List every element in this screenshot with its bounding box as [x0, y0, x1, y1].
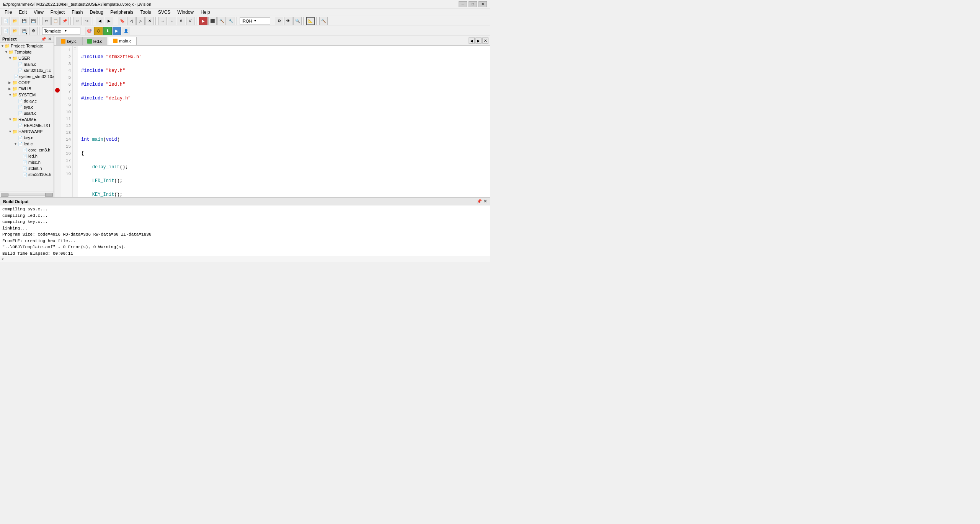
irq-combo[interactable]: IRQH ▼	[240, 17, 270, 25]
build-content[interactable]: compiling sys.c... compiling led.c... co…	[0, 205, 490, 256]
target-dropdown[interactable]: Template ▼	[42, 27, 80, 35]
outdent-button[interactable]: ←	[168, 17, 176, 25]
bookmark-button[interactable]: 🔖	[118, 17, 126, 25]
person-btn[interactable]: 👤	[122, 27, 130, 35]
tree-sys-c[interactable]: 📄 sys.c	[0, 104, 54, 110]
build-target[interactable]: ▶	[199, 17, 207, 25]
minimize-button[interactable]: ─	[459, 1, 467, 7]
tree-usart-c[interactable]: 📄 usart.c	[0, 110, 54, 116]
menu-help[interactable]: Help	[198, 9, 213, 16]
tree-stm32f10x-it[interactable]: 📄 stm32f10x_it.c	[0, 67, 54, 73]
build-stop[interactable]: ⬛	[208, 17, 217, 25]
uncomment-button[interactable]: //	[186, 17, 194, 25]
download-btn[interactable]: ⬇	[103, 27, 112, 35]
menu-view[interactable]: View	[31, 9, 47, 16]
tree-led-c[interactable]: ▼ 📄 led.c	[0, 141, 54, 147]
build-close-btn[interactable]: ✕	[483, 199, 487, 204]
maximize-button[interactable]: □	[469, 1, 477, 7]
menu-debug[interactable]: Debug	[87, 9, 106, 16]
save2-btn[interactable]: 💾 ▼	[20, 27, 28, 35]
delay-icon: 📄	[18, 98, 23, 104]
tab-close[interactable]: ✕	[482, 37, 488, 44]
copy-button[interactable]: 📋	[51, 17, 60, 25]
menu-file[interactable]: File	[2, 9, 15, 16]
tree-delay-c[interactable]: 📄 delay.c	[0, 98, 54, 104]
project-hscroll[interactable]	[0, 192, 54, 197]
target-options-btn[interactable]: 🎯	[85, 27, 93, 35]
nav-fwd-button[interactable]: ▶	[105, 17, 113, 25]
menu-peripherals[interactable]: Peripherals	[107, 9, 137, 16]
tree-system-folder[interactable]: ▼ 📁 SYSTEM	[0, 92, 54, 98]
scroll-left-btn[interactable]	[1, 193, 8, 197]
bookmark-prev[interactable]: ◁	[127, 17, 136, 25]
tree-main-c[interactable]: 📄 main.c	[0, 61, 54, 67]
tab-key-c[interactable]: key.c	[56, 37, 82, 45]
view-btn[interactable]: 👁	[284, 17, 292, 25]
tree-root[interactable]: ▼ 📁 Project: Template	[0, 43, 54, 49]
system-folder-icon: 📁	[12, 92, 18, 98]
build-all[interactable]: 🔨	[217, 17, 226, 25]
tree-key-c[interactable]: 📄 key.c	[0, 135, 54, 141]
tree-stdint-h[interactable]: 📄 stdint.h	[0, 165, 54, 171]
debug-start-btn[interactable]: ▶	[113, 27, 121, 35]
menu-project[interactable]: Project	[47, 9, 68, 16]
tree-misc-h[interactable]: 📄 misc.h	[0, 159, 54, 165]
tree-core[interactable]: ▶ 📁 CORE	[0, 80, 54, 86]
bookmark-next[interactable]: ▷	[136, 17, 145, 25]
tree-core-cm3[interactable]: 📄 core_cm3.h	[0, 147, 54, 153]
clear-bookmarks[interactable]: ✕	[145, 17, 154, 25]
new2-btn[interactable]: 📄	[2, 27, 10, 35]
sep5	[155, 17, 157, 25]
find-btn[interactable]: 🔍	[293, 17, 302, 25]
indent-button[interactable]: →	[158, 17, 167, 25]
nav-back-button[interactable]: ◀	[96, 17, 104, 25]
config-btn[interactable]: ⚙	[29, 27, 38, 35]
new-button[interactable]: 📄	[2, 17, 10, 25]
build-pin-btn[interactable]: 📌	[477, 199, 482, 204]
tree-user[interactable]: ▼ 📁 USER	[0, 55, 54, 61]
tab-scroll-right[interactable]: ▶	[475, 37, 482, 44]
cut-button[interactable]: ✂	[42, 17, 51, 25]
tree-fwlib[interactable]: ▶ 📁 FWLIB	[0, 86, 54, 92]
fold-column: ⊟	[73, 46, 78, 197]
open2-btn[interactable]: 📂	[11, 27, 19, 35]
settings-btn[interactable]: ⚙	[275, 17, 283, 25]
tab-scroll-left[interactable]: ◀	[469, 37, 475, 44]
tree-readme-folder[interactable]: ▼ 📁 README	[0, 116, 54, 122]
code-content[interactable]: #include "stm32f10x.h" #include "key.h" …	[78, 46, 490, 197]
batch-build[interactable]: 🔧	[227, 17, 235, 25]
tree-hardware[interactable]: ▼ 📁 HARDWARE	[0, 129, 54, 135]
project-close-btn[interactable]: ✕	[48, 37, 51, 42]
redo-button[interactable]: ↪	[83, 17, 91, 25]
comment-button[interactable]: //	[177, 17, 185, 25]
paste-button[interactable]: 📌	[60, 17, 69, 25]
tree-led-h[interactable]: 📄 led.h	[0, 153, 54, 159]
close-button[interactable]: ✕	[479, 1, 487, 7]
save-all-button[interactable]: 💾	[29, 17, 38, 25]
undo-button[interactable]: ↩	[74, 17, 82, 25]
view2-btn[interactable]: 📐	[306, 17, 315, 25]
tool-btn[interactable]: 🔨	[319, 17, 328, 25]
tree-template[interactable]: ▼ 📁 Template	[0, 49, 54, 55]
menu-edit[interactable]: Edit	[16, 9, 30, 16]
menu-window[interactable]: Window	[174, 9, 197, 16]
tree-readme-txt[interactable]: 📄 README.TXT	[0, 122, 54, 129]
tree-system[interactable]: 📄 system_stm32f10x.c	[0, 73, 54, 80]
menu-svcs[interactable]: SVCS	[155, 9, 174, 16]
sep2	[70, 17, 72, 25]
tree-stm32f10x-h[interactable]: 📄 stm32f10x.h	[0, 171, 54, 177]
open-button[interactable]: 📂	[11, 17, 19, 25]
scroll-right-btn[interactable]	[45, 193, 53, 197]
code-editor[interactable]: 1 2 3 4 5 6 7 8 9 10 11 12 13 14 15 16 1	[54, 46, 490, 197]
tab-led-c[interactable]: led.c	[82, 37, 107, 45]
title-text: E:\programme\STM32\2022.10\keil_test\tes…	[3, 2, 151, 7]
menu-flash[interactable]: Flash	[69, 9, 86, 16]
project-pin-btn[interactable]: 📌	[41, 37, 46, 42]
sep7	[237, 17, 238, 25]
save-button[interactable]: 💾	[20, 17, 28, 25]
hscroll-track[interactable]	[8, 194, 45, 196]
tab-main-c[interactable]: main.c	[108, 37, 136, 45]
build2-btn[interactable]: ⬡	[94, 27, 103, 35]
breakpoint-marker[interactable]	[55, 88, 60, 93]
menu-tools[interactable]: Tools	[137, 9, 154, 16]
